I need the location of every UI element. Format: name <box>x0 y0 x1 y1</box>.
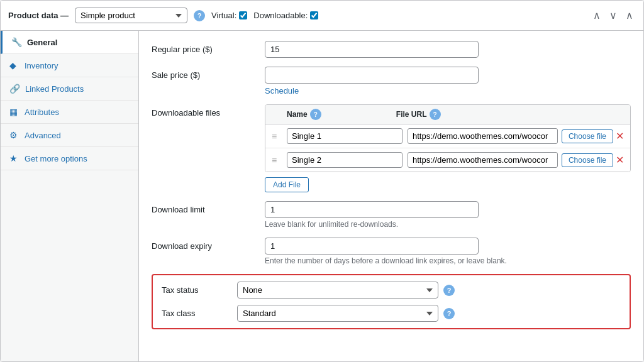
sidebar-item-linked-products[interactable]: 🔗 Linked Products <box>1 77 138 101</box>
drag-handle[interactable]: ≡ <box>272 131 287 141</box>
tax-section: Tax status None Taxable Shipping only ? … <box>152 274 631 329</box>
regular-price-field-content <box>265 41 631 58</box>
download-expiry-hint: Enter the number of days before a downlo… <box>265 256 631 265</box>
downloadable-files-label: Downloadable files <box>152 104 265 118</box>
tax-class-row: Tax class Standard Reduced rate Zero rat… <box>162 305 621 322</box>
tax-status-select[interactable]: None Taxable Shipping only <box>237 282 438 299</box>
download-limit-field-content: Leave blank for unlimited re-downloads. <box>265 201 631 229</box>
downloadable-files-row: Downloadable files Name ? File URL <box>152 104 631 192</box>
sidebar-item-general[interactable]: 🔧 General <box>1 31 138 54</box>
sidebar-item-get-more-options[interactable]: ★ Get more options <box>1 147 138 170</box>
regular-price-label: Regular price ($) <box>152 41 265 54</box>
download-limit-label: Download limit <box>152 201 265 214</box>
wrench-icon: 🔧 <box>11 37 22 47</box>
collapse-down-button[interactable]: ∨ <box>607 8 619 23</box>
download-limit-hint: Leave blank for unlimited re-downloads. <box>265 220 631 229</box>
header-nav-buttons: ∧ ∨ ∧ <box>591 8 636 23</box>
name-help-icon[interactable]: ? <box>310 109 321 120</box>
schedule-link[interactable]: Schedule <box>265 86 299 96</box>
collapse-up-button[interactable]: ∧ <box>591 8 603 23</box>
product-type-help-icon[interactable]: ? <box>194 10 205 21</box>
tax-status-row: Tax status None Taxable Shipping only ? <box>162 282 621 299</box>
sidebar-item-attributes[interactable]: ▦ Attributes <box>1 101 138 124</box>
downloadable-checkbox[interactable] <box>310 11 318 19</box>
virtual-label[interactable]: Virtual: <box>211 11 247 20</box>
table-row: ≡ Choose file ✕ <box>265 124 630 148</box>
file-name-input-2[interactable] <box>287 152 402 168</box>
download-expiry-field-content: Enter the number of days before a downlo… <box>265 238 631 265</box>
file-name-input-1[interactable] <box>287 128 402 144</box>
sale-price-field-content: Schedule <box>265 67 631 96</box>
download-expiry-row: Download expiry Enter the number of days… <box>152 238 631 265</box>
collapse-toggle-button[interactable]: ∧ <box>623 8 636 23</box>
add-file-button[interactable]: Add File <box>265 177 309 192</box>
download-expiry-input[interactable] <box>265 238 479 255</box>
main-content: Regular price ($) Sale price ($) Schedul… <box>139 31 643 361</box>
product-type-select[interactable]: Simple product Variable product Grouped … <box>75 8 187 23</box>
regular-price-row: Regular price ($) <box>152 41 631 58</box>
product-data-label: Product data — <box>8 11 69 20</box>
tax-class-label: Tax class <box>162 309 237 318</box>
sidebar-item-advanced[interactable]: ⚙ Advanced <box>1 124 138 147</box>
virtual-checkbox[interactable] <box>239 11 247 19</box>
drag-handle[interactable]: ≡ <box>272 155 287 165</box>
star-icon: ★ <box>9 153 19 163</box>
tax-status-help-icon[interactable]: ? <box>443 285 455 296</box>
sale-price-input[interactable] <box>265 67 479 84</box>
dl-table-header: Name ? File URL ? <box>265 105 630 124</box>
url-col-header: File URL ? <box>396 109 542 120</box>
advanced-icon: ⚙ <box>9 130 19 140</box>
inventory-icon: ◆ <box>9 60 19 70</box>
downloadable-files-table: Name ? File URL ? ≡ <box>265 104 631 172</box>
delete-file-button-1[interactable]: ✕ <box>616 131 624 141</box>
sidebar: 🔧 General ◆ Inventory 🔗 Linked Products … <box>1 31 139 361</box>
product-data-body: 🔧 General ◆ Inventory 🔗 Linked Products … <box>1 31 643 361</box>
sale-price-row: Sale price ($) Schedule <box>152 67 631 96</box>
choose-file-button-1[interactable]: Choose file <box>562 129 613 143</box>
tax-status-label: Tax status <box>162 285 237 295</box>
delete-file-button-2[interactable]: ✕ <box>616 155 624 165</box>
download-expiry-label: Download expiry <box>152 238 265 251</box>
attributes-icon: ▦ <box>9 107 19 117</box>
download-limit-row: Download limit Leave blank for unlimited… <box>152 201 631 229</box>
tax-class-select[interactable]: Standard Reduced rate Zero rate <box>237 305 438 322</box>
sale-price-label: Sale price ($) <box>152 67 265 80</box>
download-limit-input[interactable] <box>265 201 479 218</box>
name-col-header: Name ? <box>287 109 391 120</box>
downloadable-label[interactable]: Downloadable: <box>253 11 318 20</box>
url-help-icon[interactable]: ? <box>430 109 441 120</box>
link-icon: 🔗 <box>9 84 20 94</box>
regular-price-input[interactable] <box>265 41 479 58</box>
file-url-input-2[interactable] <box>408 152 558 168</box>
product-data-header: Product data — Simple product Variable p… <box>1 1 643 31</box>
sidebar-item-inventory[interactable]: ◆ Inventory <box>1 54 138 77</box>
table-row: ≡ Choose file ✕ <box>265 148 630 172</box>
downloadable-files-content: Name ? File URL ? ≡ <box>265 104 631 192</box>
tax-class-help-icon[interactable]: ? <box>443 308 455 319</box>
file-url-input-1[interactable] <box>408 128 558 144</box>
choose-file-button-2[interactable]: Choose file <box>562 153 613 167</box>
